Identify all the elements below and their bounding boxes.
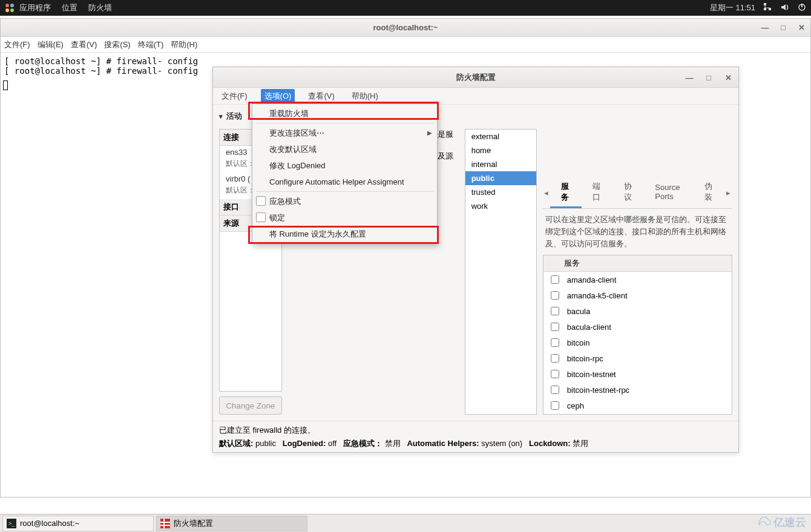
firewall-close-button[interactable]: ✕: [723, 72, 734, 83]
volume-icon[interactable]: [781, 3, 789, 13]
terminal-icon: >_: [7, 519, 16, 528]
panic-value: 禁用: [385, 439, 401, 448]
menu-separator: [256, 191, 433, 192]
services-table: 服务 amanda-client amanda-k5-client bacula…: [543, 255, 732, 415]
tab-services[interactable]: 服务: [550, 177, 582, 208]
svg-rect-14: [163, 519, 165, 528]
zone-external[interactable]: external: [465, 130, 536, 143]
zone-public[interactable]: public: [465, 171, 536, 185]
service-checkbox[interactable]: [551, 275, 559, 284]
zone-config-tabs: ◂ 服务 端口 协议 Source Ports 伪装 ▸: [543, 177, 732, 209]
panel-places[interactable]: 位置: [62, 2, 77, 13]
zones-list[interactable]: external home internal public trusted wo…: [465, 129, 537, 415]
service-checkbox[interactable]: [551, 370, 559, 378]
terminal-cursor: [3, 80, 8, 90]
fw-menu-view[interactable]: 查看(V): [304, 89, 338, 103]
service-row[interactable]: ceph: [543, 398, 732, 413]
service-row[interactable]: amanda-k5-client: [543, 287, 732, 303]
status-summary: 默认区域: public LogDenied: off 应急模式： 禁用 Aut…: [219, 438, 732, 449]
zone-home[interactable]: home: [465, 143, 536, 157]
tab-ports[interactable]: 端口: [582, 177, 613, 208]
logdenied-value: off: [328, 439, 337, 448]
service-row[interactable]: amanda-client: [543, 272, 732, 287]
service-checkbox[interactable]: [551, 307, 559, 315]
menu-reload-firewall[interactable]: 重载防火墙: [252, 105, 437, 122]
service-checkbox[interactable]: [551, 354, 559, 363]
menu-configure-helper[interactable]: Configure Automatic Helper Assigment: [252, 174, 437, 190]
fw-menu-help[interactable]: 帮助(H): [348, 89, 382, 103]
watermark-text: 亿速云: [773, 515, 806, 530]
tab-scroll-right[interactable]: ▸: [725, 188, 732, 197]
panel-firewall[interactable]: 防火墙: [88, 2, 112, 13]
panel-applications[interactable]: 应用程序: [19, 2, 51, 13]
svg-point-0: [5, 4, 9, 7]
firewall-title-text: 防火墙配置: [456, 72, 496, 83]
lockdown-value: 禁用: [573, 439, 588, 448]
terminal-menu-edit[interactable]: 编辑(E): [38, 39, 64, 50]
svg-point-2: [5, 8, 9, 12]
options-dropdown: 重载防火墙 更改连接区域⋯ 改变默认区域 修改 LogDenied Config…: [252, 103, 438, 244]
terminal-menu-view[interactable]: 查看(V): [71, 39, 97, 50]
terminal-line-0: [ root@localhost ~] # firewall- config: [4, 56, 198, 66]
tab-scroll-left[interactable]: ◂: [543, 188, 550, 197]
terminal-menu-file[interactable]: 文件(F): [4, 39, 30, 50]
menu-panic-mode[interactable]: 应急模式: [252, 193, 437, 209]
service-checkbox[interactable]: [551, 386, 559, 394]
service-row[interactable]: bitcoin-testnet: [543, 366, 732, 382]
firewall-footer: 已建立至 firewalld 的连接。 默认区域: public LogDeni…: [213, 421, 738, 452]
services-column: ◂ 服务 端口 协议 Source Ports 伪装 ▸ 可以在这里定义区域中哪…: [543, 177, 732, 415]
service-checkbox[interactable]: [551, 401, 559, 410]
menu-lockdown[interactable]: 锁定: [252, 209, 437, 226]
menu-separator: [256, 123, 433, 123]
service-checkbox[interactable]: [551, 323, 559, 331]
service-checkbox[interactable]: [551, 338, 559, 347]
tab-masquerade[interactable]: 伪装: [694, 177, 725, 208]
firewall-titlebar[interactable]: 防火墙配置 — □ ✕: [213, 67, 738, 88]
service-label: amanda-k5-client: [567, 291, 628, 300]
tab-source-ports[interactable]: Source Ports: [644, 179, 694, 206]
zone-trusted[interactable]: trusted: [465, 185, 536, 199]
terminal-titlebar[interactable]: root@localhost:~ — □ ✕: [1, 19, 810, 37]
power-icon[interactable]: [798, 3, 806, 13]
panel-clock[interactable]: 星期一 11:51: [710, 2, 755, 13]
terminal-menu-terminal[interactable]: 终端(T): [138, 39, 164, 50]
tab-protocols[interactable]: 协议: [613, 177, 645, 208]
svg-rect-8: [801, 4, 803, 7]
svg-rect-5: [769, 8, 771, 10]
lockdown-label: Lockdown:: [529, 439, 571, 448]
taskbar-firewall[interactable]: 防火墙配置: [156, 516, 307, 531]
terminal-maximize-button[interactable]: □: [778, 22, 789, 33]
services-table-header[interactable]: 服务: [543, 255, 732, 272]
terminal-minimize-button[interactable]: —: [760, 22, 770, 33]
bottom-taskbar: >_ root@localhost:~ 防火墙配置 亿速云: [0, 514, 811, 532]
firewall-minimize-button[interactable]: —: [684, 72, 695, 83]
change-zone-button[interactable]: Change Zone: [219, 396, 282, 415]
service-row[interactable]: bacula-client: [543, 319, 732, 335]
active-bindings-label: 活动: [226, 111, 242, 122]
service-row[interactable]: bitcoin: [543, 335, 732, 350]
firewall-maximize-button[interactable]: □: [703, 72, 714, 83]
zone-work[interactable]: work: [465, 199, 536, 213]
service-row[interactable]: bacula: [543, 303, 732, 319]
fw-menu-options[interactable]: 选项(O): [261, 89, 295, 103]
default-zone-label: 默认区域:: [219, 439, 253, 448]
connection-status: 已建立至 firewalld 的连接。: [219, 425, 732, 436]
terminal-line-1: [ root@localhost ~] # firewall- config: [4, 66, 198, 76]
service-row[interactable]: bitcoin-rpc: [543, 350, 732, 366]
panic-label: 应急模式：: [343, 439, 383, 448]
terminal-close-button[interactable]: ✕: [796, 22, 807, 33]
fw-menu-file[interactable]: 文件(F): [218, 89, 251, 103]
taskbar-terminal[interactable]: >_ root@localhost:~: [2, 516, 154, 531]
menu-change-default-zone[interactable]: 改变默认区域: [252, 141, 437, 157]
service-checkbox[interactable]: [551, 291, 559, 300]
zone-internal[interactable]: internal: [465, 157, 536, 171]
terminal-title-text: root@localhost:~: [373, 23, 438, 32]
terminal-menu-search[interactable]: 搜索(S): [104, 39, 130, 50]
activities-icon[interactable]: [5, 3, 15, 13]
terminal-menu-help[interactable]: 帮助(H): [171, 39, 197, 50]
menu-modify-logdenied[interactable]: 修改 LogDenied: [252, 157, 437, 174]
menu-runtime-to-permanent[interactable]: 将 Runtime 设定为永久配置: [252, 226, 437, 242]
menu-change-connection-zone[interactable]: 更改连接区域⋯: [252, 125, 437, 141]
service-row[interactable]: bitcoin-testnet-rpc: [543, 382, 732, 398]
network-icon[interactable]: [764, 3, 772, 13]
